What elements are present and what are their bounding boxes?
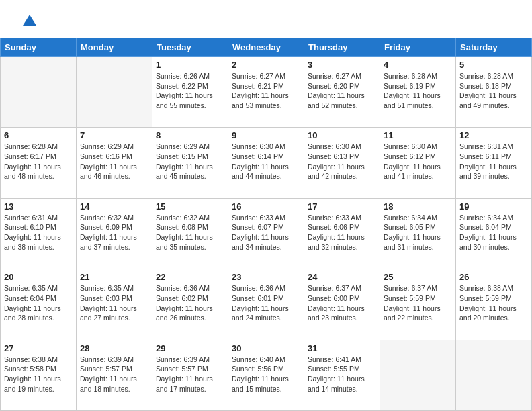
day-number: 11 bbox=[384, 130, 452, 140]
day-number: 25 bbox=[384, 272, 452, 282]
calendar-cell: 19Sunrise: 6:34 AMSunset: 6:04 PMDayligh… bbox=[456, 198, 532, 269]
weekday-header-wednesday: Wednesday bbox=[228, 38, 304, 57]
day-number: 29 bbox=[156, 343, 224, 353]
day-info: Sunrise: 6:34 AMSunset: 6:05 PMDaylight:… bbox=[384, 213, 452, 253]
day-info: Sunrise: 6:30 AMSunset: 6:14 PMDaylight:… bbox=[232, 142, 300, 181]
day-number: 1 bbox=[156, 60, 224, 70]
calendar-cell: 26Sunrise: 6:38 AMSunset: 5:59 PMDayligh… bbox=[456, 269, 532, 340]
calendar-cell: 20Sunrise: 6:35 AMSunset: 6:04 PMDayligh… bbox=[1, 269, 77, 340]
day-info: Sunrise: 6:32 AMSunset: 6:09 PMDaylight:… bbox=[80, 213, 148, 253]
day-number: 9 bbox=[232, 130, 300, 140]
day-number: 5 bbox=[459, 60, 528, 70]
weekday-header-monday: Monday bbox=[77, 38, 152, 57]
day-number: 27 bbox=[4, 343, 73, 353]
day-number: 21 bbox=[80, 272, 148, 282]
calendar-cell: 11Sunrise: 6:30 AMSunset: 6:12 PMDayligh… bbox=[380, 128, 456, 198]
calendar-cell: 28Sunrise: 6:39 AMSunset: 5:57 PMDayligh… bbox=[77, 340, 152, 410]
calendar-cell: 3Sunrise: 6:27 AMSunset: 6:20 PMDaylight… bbox=[304, 57, 380, 128]
day-number: 30 bbox=[232, 343, 300, 353]
day-info: Sunrise: 6:39 AMSunset: 5:57 PMDaylight:… bbox=[156, 355, 224, 394]
calendar-cell: 25Sunrise: 6:37 AMSunset: 5:59 PMDayligh… bbox=[380, 269, 456, 340]
day-info: Sunrise: 6:34 AMSunset: 6:04 PMDaylight:… bbox=[459, 213, 528, 253]
logo bbox=[16, 12, 39, 31]
calendar-cell: 18Sunrise: 6:34 AMSunset: 6:05 PMDayligh… bbox=[380, 198, 456, 269]
calendar-cell: 27Sunrise: 6:38 AMSunset: 5:58 PMDayligh… bbox=[1, 340, 77, 410]
calendar-cell: 17Sunrise: 6:33 AMSunset: 6:06 PMDayligh… bbox=[304, 198, 380, 269]
calendar-cell: 30Sunrise: 6:40 AMSunset: 5:56 PMDayligh… bbox=[228, 340, 304, 410]
calendar-cell: 21Sunrise: 6:35 AMSunset: 6:03 PMDayligh… bbox=[77, 269, 152, 340]
day-number: 22 bbox=[156, 272, 224, 282]
day-info: Sunrise: 6:40 AMSunset: 5:56 PMDaylight:… bbox=[232, 355, 300, 394]
day-info: Sunrise: 6:36 AMSunset: 6:01 PMDaylight:… bbox=[232, 283, 300, 323]
weekday-header-tuesday: Tuesday bbox=[152, 38, 228, 57]
weekday-header-row: SundayMondayTuesdayWednesdayThursdayFrid… bbox=[1, 38, 532, 57]
logo-icon bbox=[20, 12, 39, 31]
day-info: Sunrise: 6:29 AMSunset: 6:16 PMDaylight:… bbox=[80, 142, 148, 181]
calendar-cell bbox=[77, 57, 152, 128]
day-info: Sunrise: 6:29 AMSunset: 6:15 PMDaylight:… bbox=[156, 142, 224, 181]
day-info: Sunrise: 6:31 AMSunset: 6:10 PMDaylight:… bbox=[4, 213, 73, 253]
day-info: Sunrise: 6:33 AMSunset: 6:07 PMDaylight:… bbox=[232, 213, 300, 253]
calendar-cell: 31Sunrise: 6:41 AMSunset: 5:55 PMDayligh… bbox=[304, 340, 380, 410]
day-info: Sunrise: 6:38 AMSunset: 5:58 PMDaylight:… bbox=[4, 355, 73, 394]
calendar-cell: 4Sunrise: 6:28 AMSunset: 6:19 PMDaylight… bbox=[380, 57, 456, 128]
day-number: 28 bbox=[80, 343, 148, 353]
calendar-cell: 22Sunrise: 6:36 AMSunset: 6:02 PMDayligh… bbox=[152, 269, 228, 340]
weekday-header-saturday: Saturday bbox=[456, 38, 532, 57]
calendar-cell bbox=[456, 340, 532, 410]
day-number: 3 bbox=[308, 60, 376, 70]
calendar-week-row: 1Sunrise: 6:26 AMSunset: 6:22 PMDaylight… bbox=[1, 57, 532, 128]
day-info: Sunrise: 6:33 AMSunset: 6:06 PMDaylight:… bbox=[308, 213, 376, 253]
calendar-cell: 2Sunrise: 6:27 AMSunset: 6:21 PMDaylight… bbox=[228, 57, 304, 128]
calendar-cell: 9Sunrise: 6:30 AMSunset: 6:14 PMDaylight… bbox=[228, 128, 304, 198]
calendar-cell: 24Sunrise: 6:37 AMSunset: 6:00 PMDayligh… bbox=[304, 269, 380, 340]
calendar-week-row: 6Sunrise: 6:28 AMSunset: 6:17 PMDaylight… bbox=[1, 128, 532, 198]
day-number: 12 bbox=[459, 130, 528, 140]
calendar-cell: 14Sunrise: 6:32 AMSunset: 6:09 PMDayligh… bbox=[77, 198, 152, 269]
weekday-header-thursday: Thursday bbox=[304, 38, 380, 57]
day-info: Sunrise: 6:28 AMSunset: 6:18 PMDaylight:… bbox=[459, 71, 528, 111]
calendar-cell: 6Sunrise: 6:28 AMSunset: 6:17 PMDaylight… bbox=[1, 128, 77, 198]
calendar-cell: 29Sunrise: 6:39 AMSunset: 5:57 PMDayligh… bbox=[152, 340, 228, 410]
day-number: 8 bbox=[156, 130, 224, 140]
day-number: 6 bbox=[4, 130, 73, 140]
calendar-cell bbox=[1, 57, 77, 128]
day-number: 24 bbox=[308, 272, 376, 282]
day-info: Sunrise: 6:27 AMSunset: 6:21 PMDaylight:… bbox=[232, 71, 300, 111]
calendar-cell: 5Sunrise: 6:28 AMSunset: 6:18 PMDaylight… bbox=[456, 57, 532, 128]
day-number: 4 bbox=[384, 60, 452, 70]
day-info: Sunrise: 6:28 AMSunset: 6:19 PMDaylight:… bbox=[384, 71, 452, 111]
day-number: 26 bbox=[459, 272, 528, 282]
day-number: 18 bbox=[384, 201, 452, 212]
day-number: 14 bbox=[80, 201, 148, 212]
calendar-week-row: 20Sunrise: 6:35 AMSunset: 6:04 PMDayligh… bbox=[1, 269, 532, 340]
day-number: 15 bbox=[156, 201, 224, 212]
day-info: Sunrise: 6:35 AMSunset: 6:03 PMDaylight:… bbox=[80, 283, 148, 323]
day-number: 31 bbox=[308, 343, 376, 353]
weekday-header-friday: Friday bbox=[380, 38, 456, 57]
day-number: 16 bbox=[232, 201, 300, 212]
calendar-table: SundayMondayTuesdayWednesdayThursdayFrid… bbox=[0, 38, 532, 411]
day-info: Sunrise: 6:30 AMSunset: 6:12 PMDaylight:… bbox=[384, 142, 452, 181]
calendar-cell: 1Sunrise: 6:26 AMSunset: 6:22 PMDaylight… bbox=[152, 57, 228, 128]
weekday-header-sunday: Sunday bbox=[1, 38, 77, 57]
day-number: 19 bbox=[459, 201, 528, 212]
day-info: Sunrise: 6:37 AMSunset: 6:00 PMDaylight:… bbox=[308, 283, 376, 323]
calendar-week-row: 13Sunrise: 6:31 AMSunset: 6:10 PMDayligh… bbox=[1, 198, 532, 269]
day-info: Sunrise: 6:27 AMSunset: 6:20 PMDaylight:… bbox=[308, 71, 376, 111]
calendar-cell: 13Sunrise: 6:31 AMSunset: 6:10 PMDayligh… bbox=[1, 198, 77, 269]
day-number: 10 bbox=[308, 130, 376, 140]
calendar-cell: 16Sunrise: 6:33 AMSunset: 6:07 PMDayligh… bbox=[228, 198, 304, 269]
day-number: 13 bbox=[4, 201, 73, 212]
day-info: Sunrise: 6:35 AMSunset: 6:04 PMDaylight:… bbox=[4, 283, 73, 323]
day-info: Sunrise: 6:41 AMSunset: 5:55 PMDaylight:… bbox=[308, 355, 376, 394]
day-number: 17 bbox=[308, 201, 376, 212]
day-info: Sunrise: 6:28 AMSunset: 6:17 PMDaylight:… bbox=[4, 142, 73, 181]
day-info: Sunrise: 6:30 AMSunset: 6:13 PMDaylight:… bbox=[308, 142, 376, 181]
calendar-cell: 23Sunrise: 6:36 AMSunset: 6:01 PMDayligh… bbox=[228, 269, 304, 340]
calendar-cell: 10Sunrise: 6:30 AMSunset: 6:13 PMDayligh… bbox=[304, 128, 380, 198]
day-info: Sunrise: 6:39 AMSunset: 5:57 PMDaylight:… bbox=[80, 355, 148, 394]
day-info: Sunrise: 6:36 AMSunset: 6:02 PMDaylight:… bbox=[156, 283, 224, 323]
day-number: 23 bbox=[232, 272, 300, 282]
calendar-cell bbox=[380, 340, 456, 410]
